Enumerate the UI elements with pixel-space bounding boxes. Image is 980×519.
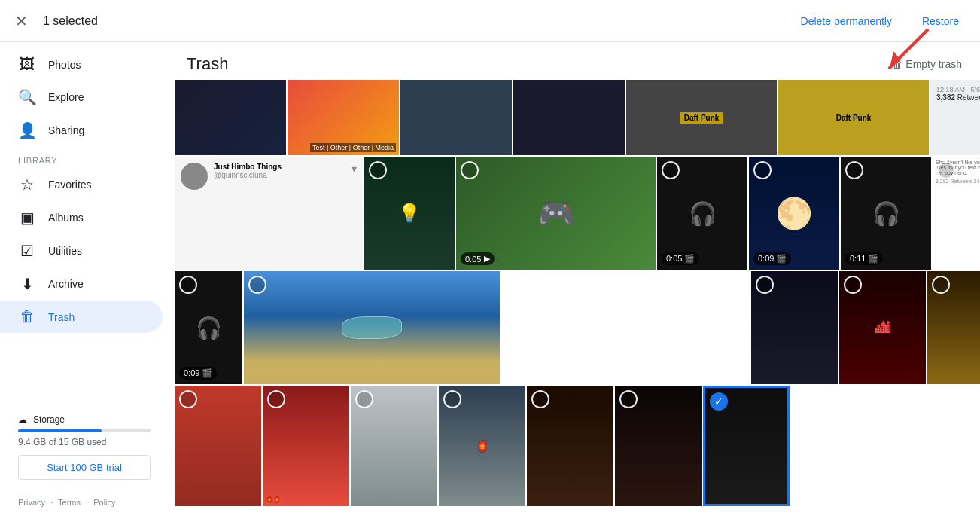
sidebar-item-label-archive: Archive (48, 278, 84, 290)
albums-icon: ▣ (18, 209, 36, 227)
photo-item[interactable] (751, 271, 838, 384)
photo-item[interactable]: Test | Other | Other | Media (288, 80, 399, 155)
photo-grid: Test | Other | Other | Media Daft Punk D… (169, 80, 980, 514)
sidebar-item-archive[interactable]: ⬇ Archive (0, 267, 163, 301)
photo-item[interactable]: Daft Punk (626, 80, 777, 155)
select-circle[interactable] (179, 390, 197, 408)
sidebar-item-explore[interactable]: 🔍 Explore (0, 81, 163, 114)
empty-trash-label: Empty trash (905, 58, 962, 70)
select-circle[interactable] (531, 390, 549, 408)
storage-bar-fill (18, 429, 102, 432)
select-circle-checked[interactable] (710, 392, 728, 411)
photo-item[interactable] (175, 386, 261, 506)
video-duration-badge: 0:05 🎬 (662, 252, 699, 265)
select-circle[interactable] (937, 161, 955, 179)
photo-item[interactable] (501, 271, 750, 384)
video-duration-badge: 0:11 🎬 (845, 252, 883, 265)
photo-item[interactable] (400, 80, 512, 155)
terms-link[interactable]: Terms (58, 498, 81, 507)
explore-icon: 🔍 (18, 88, 36, 106)
sidebar-item-sharing[interactable]: 👤 Sharing (0, 114, 163, 147)
photo-item[interactable]: 🎧 0:11 🎬 (841, 157, 931, 270)
footer-links: Privacy · Terms · Policy (0, 492, 169, 513)
storage-section: ☁ Storage 9.4 GB of 15 GB used Start 100… (0, 402, 169, 492)
photo-item[interactable]: Daft Punk (778, 80, 929, 155)
sidebar-item-albums[interactable]: ▣ Albums (0, 201, 163, 234)
privacy-link[interactable]: Privacy (18, 498, 45, 507)
favorites-icon: ☆ (18, 176, 36, 194)
photo-item-selected[interactable] (703, 386, 790, 506)
sidebar-item-label-sharing: Sharing (48, 124, 84, 136)
sidebar-item-trash[interactable]: 🗑 Trash (0, 301, 163, 333)
photo-item[interactable]: Just Himbo Things @quinnscicluna ▾ (175, 157, 363, 270)
photo-item[interactable] (927, 271, 980, 384)
play-icon: ▶ (484, 254, 490, 264)
photo-item[interactable] (351, 386, 437, 506)
storage-cloud-icon: ☁ (18, 414, 27, 425)
topbar-right: Delete permanently Restore (792, 9, 968, 33)
photo-item[interactable]: 🎧 0:05 🎬 (657, 157, 747, 270)
sidebar-item-label-utilities: Utilities (48, 245, 82, 257)
sidebar-item-label-favorites: Favorites (48, 179, 92, 191)
topbar-left: ✕ 1 selected (12, 9, 98, 33)
sidebar-item-label-photos: Photos (48, 59, 81, 71)
photo-item[interactable] (244, 271, 500, 384)
sidebar: 🖼 Photos 🔍 Explore 👤 Sharing LIBRARY ☆ F… (0, 42, 169, 519)
video-duration-badge: 0:09 🎬 (753, 252, 791, 265)
storage-label: ☁ Storage (18, 414, 151, 425)
delete-permanently-button[interactable]: Delete permanently (792, 9, 901, 33)
selected-count: 1 selected (43, 14, 98, 28)
photo-item[interactable]: 🏮 (439, 386, 525, 506)
sidebar-item-label-trash: Trash (48, 311, 75, 323)
select-circle[interactable] (756, 276, 774, 294)
photo-item[interactable]: 🎮 0:05 ▶ (456, 157, 656, 270)
video-duration-badge: 0:05 ▶ (461, 252, 495, 265)
trash-icon: 🗑 (18, 308, 36, 325)
photo-item[interactable]: She doesn't like you bro She just likes … (933, 157, 980, 270)
content-area: Trash 🗑 Empty trash Test | Other | Other… (169, 42, 980, 519)
photo-item[interactable]: 🏮🏮 (263, 386, 349, 506)
sidebar-item-label-albums: Albums (48, 212, 84, 224)
photo-item[interactable]: 🏙 (839, 271, 926, 384)
photo-item[interactable]: 🎧 0:09 🎬 (175, 271, 242, 384)
select-circle[interactable] (355, 390, 373, 408)
close-button[interactable]: ✕ (12, 9, 31, 33)
photo-item[interactable] (175, 80, 286, 155)
start-trial-button[interactable]: Start 100 GB trial (18, 455, 151, 480)
utilities-icon: ☑ (18, 242, 36, 260)
policy-link[interactable]: Policy (93, 498, 115, 507)
video-duration-badge: 0:09 🎬 (179, 367, 217, 380)
photo-row-2: Just Himbo Things @quinnscicluna ▾ 💡 (175, 157, 974, 270)
photo-row-3: 🎧 0:09 🎬 🏙 (175, 271, 974, 384)
photo-item[interactable] (615, 386, 702, 506)
photo-item[interactable]: 🌕 0:09 🎬 (749, 157, 839, 270)
storage-bar (18, 429, 151, 432)
restore-button[interactable]: Restore (913, 9, 968, 33)
photo-item[interactable]: 💡 (364, 157, 455, 270)
page-title: Trash (187, 54, 228, 74)
photo-row-1: Test | Other | Other | Media Daft Punk D… (175, 80, 974, 155)
photo-row-4: 🏮🏮 🏮 (175, 386, 974, 506)
library-section-label: LIBRARY (0, 147, 169, 168)
empty-trash-button[interactable]: 🗑 Empty trash (892, 58, 962, 70)
empty-trash-icon: 🗑 (892, 58, 902, 70)
photos-icon: 🖼 (18, 56, 36, 73)
sidebar-item-utilities[interactable]: ☑ Utilities (0, 234, 163, 267)
topbar: ✕ 1 selected Delete permanently Restore (0, 0, 980, 42)
photo-item[interactable] (513, 80, 625, 155)
content-header: Trash 🗑 Empty trash (169, 42, 980, 80)
sidebar-item-favorites[interactable]: ☆ Favorites (0, 168, 163, 201)
main-layout: 🖼 Photos 🔍 Explore 👤 Sharing LIBRARY ☆ F… (0, 42, 980, 519)
sidebar-item-photos[interactable]: 🖼 Photos (0, 48, 163, 81)
photo-item[interactable]: 12:18 AM · 5/6/20 · Twitter for iPhone 3… (930, 80, 980, 155)
select-circle[interactable] (619, 390, 638, 408)
sharing-icon: 👤 (18, 121, 36, 139)
sidebar-item-label-explore: Explore (48, 91, 84, 103)
select-circle[interactable] (932, 276, 950, 294)
storage-used-text: 9.4 GB of 15 GB used (18, 437, 151, 447)
photo-item[interactable] (527, 386, 613, 506)
archive-icon: ⬇ (18, 275, 36, 293)
